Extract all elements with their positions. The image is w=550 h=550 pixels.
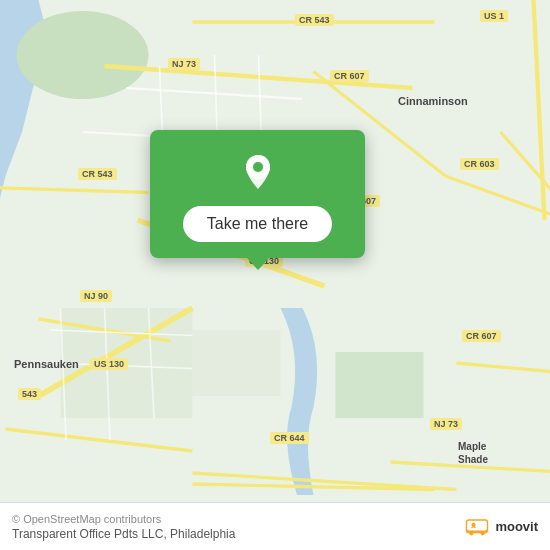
popup-card: Take me there — [150, 130, 365, 258]
road-label-us1: US 1 — [480, 10, 508, 22]
road-label-cr543-top: CR 543 — [295, 14, 334, 26]
attribution-text: © OpenStreetMap contributors — [12, 513, 235, 525]
svg-rect-34 — [468, 520, 488, 530]
road-label-543-bot: 543 — [18, 388, 41, 400]
road-label-cr543-mid: CR 543 — [78, 168, 117, 180]
city-label-pennsauken: Pennsauken — [14, 358, 79, 370]
road-label-cr644: CR 644 — [270, 432, 309, 444]
road-label-cr607-top: CR 607 — [330, 70, 369, 82]
svg-point-32 — [253, 162, 263, 172]
svg-point-37 — [472, 522, 476, 526]
svg-point-36 — [481, 531, 485, 535]
road-label-cr603: CR 603 — [460, 158, 499, 170]
road-label-cr607-low: CR 607 — [462, 330, 501, 342]
svg-rect-4 — [336, 352, 424, 418]
map-container: CR 543 US 1 NJ 73 CR 607 CR 543 CR 603 R… — [0, 0, 550, 550]
city-label-cinnaminson: Cinnaminson — [398, 95, 468, 107]
map-background — [0, 0, 550, 550]
business-name: Transparent Office Pdts LLC, Philadelphi… — [12, 527, 235, 541]
road-label-nj90: NJ 90 — [80, 290, 112, 302]
road-label-us130-bot: US 130 — [90, 358, 128, 370]
take-me-there-button[interactable]: Take me there — [183, 206, 332, 242]
svg-point-35 — [470, 531, 474, 535]
moovit-icon — [463, 516, 491, 538]
svg-point-3 — [17, 11, 149, 99]
bottom-bar: © OpenStreetMap contributors Transparent… — [0, 502, 550, 550]
location-pin-icon — [236, 150, 280, 194]
moovit-text: moovit — [495, 519, 538, 534]
road-label-nj73-top: NJ 73 — [168, 58, 200, 70]
moovit-logo: moovit — [463, 516, 538, 538]
city-label-maple-shade: MapleShade — [458, 440, 488, 466]
road-label-nj73-bot: NJ 73 — [430, 418, 462, 430]
svg-rect-2 — [193, 330, 281, 396]
